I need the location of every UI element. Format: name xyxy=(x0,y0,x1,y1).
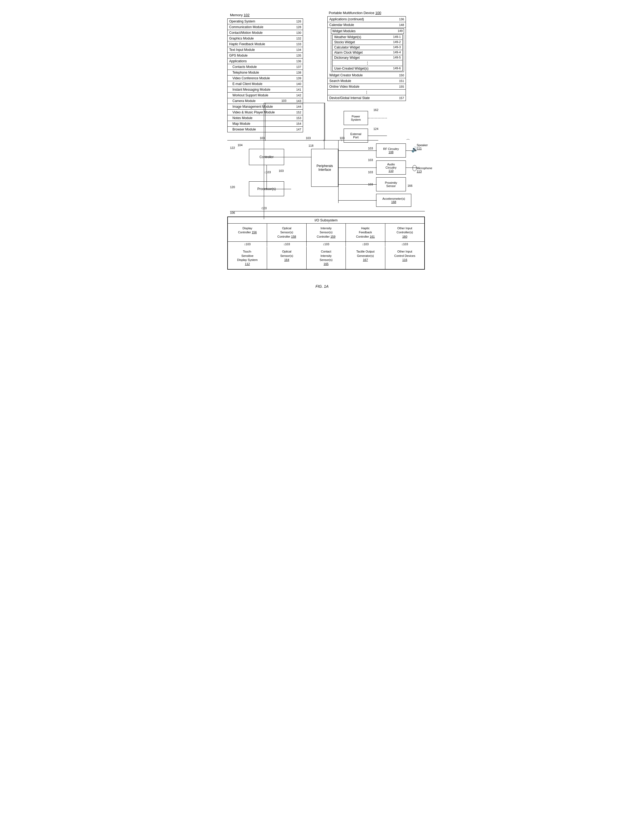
periph-num: 118 xyxy=(309,144,313,147)
proximity-sensor-num: 166 xyxy=(407,184,412,187)
arrow-103-2: ↕103 xyxy=(267,242,306,246)
tactile-output-cell: Tactile OutputGenerator(s)167 xyxy=(346,247,385,269)
controller-ref-num2: 104 xyxy=(238,143,242,147)
apps-row: Applications (continued)136 xyxy=(328,16,406,22)
memory-row: Video Conference Module139 xyxy=(228,76,303,81)
io-arrows-row: ↕103 ↕103 ↕103 ↕103 ↕103 xyxy=(228,242,424,247)
memory-row: Contact/Motion Module130 xyxy=(228,30,303,36)
microphone-label: Microphone113 xyxy=(417,166,432,173)
io-label: I/O Subsystem xyxy=(228,217,424,223)
arrow-103-5: ↕103 xyxy=(385,242,424,246)
memory-row: Applications136 xyxy=(228,59,303,64)
power-system-box: PowerSystem xyxy=(343,111,368,125)
accelerometers-box: Accelerometer(s)168 xyxy=(376,194,411,207)
io-subsystem: I/O Subsystem DisplayController 156 Opti… xyxy=(227,217,425,269)
bus-num-ctrl: 103 xyxy=(279,169,284,173)
line-power-h xyxy=(368,118,387,118)
arrow-down-io: ↑103 xyxy=(261,207,267,210)
optical-sensor-cell: OpticalSensor(s)164 xyxy=(267,247,306,269)
proximity-sensor-box: ProximitySensor xyxy=(376,177,406,191)
power-system-num: 162 xyxy=(373,108,378,112)
bus-num-pi1: 103 xyxy=(368,147,373,150)
touch-display-cell: Touch-SensitiveDisplay System112 xyxy=(228,247,267,269)
bus-num-pi3: 103 xyxy=(368,171,373,174)
other-input-devices-cell: Other InputControl Devices116 xyxy=(385,247,424,269)
rf-circuitry-box: RF Circuitry108 xyxy=(376,143,406,158)
apps-box: Applications (continued)136 Calendar Mod… xyxy=(327,16,406,101)
main-bus-v xyxy=(264,103,264,219)
apps-row: Calendar Module148 xyxy=(328,22,406,28)
line-periph-right-v xyxy=(338,140,338,203)
apps-row: Device/Global Internal State157 xyxy=(328,95,406,101)
arrow-103-4: ↕103 xyxy=(346,242,385,246)
line-ctrl-proc-v xyxy=(266,165,267,189)
memory-row: GPS Module135 xyxy=(228,53,303,59)
bus-num-pi2: 103 xyxy=(368,158,373,162)
widget-items-box: Weather Widget(s)149-1 Stocks Widget149-… xyxy=(332,35,402,71)
device-label: Portable Multifunction Device 100 xyxy=(329,11,381,15)
memory-row: Text Input Module134 xyxy=(228,47,303,53)
memory-label: Memory 102 xyxy=(230,13,250,17)
bus-line-v2 xyxy=(325,103,325,141)
bus-103-ctrl-proc: ↕103 xyxy=(264,171,271,174)
display-controller-cell: DisplayController 156 xyxy=(228,223,267,242)
apps-row: Online Video Module155 xyxy=(328,84,406,90)
contact-intensity-cell: ContactIntensitySensor(s)165 xyxy=(307,247,346,269)
io-ref-num: 106 xyxy=(230,211,235,214)
memory-row: Contacts Module137 xyxy=(228,64,303,70)
peripherals-interface-box: PeripheralsInterface xyxy=(311,149,338,187)
external-port-num: 124 xyxy=(373,127,378,130)
widget-modules-box: Widget Modules149 Weather Widget(s)149-1… xyxy=(331,28,404,72)
io-device-row: Touch-SensitiveDisplay System112 Optical… xyxy=(228,247,424,269)
haptic-controller-cell: HapticFeedbackController 161 xyxy=(346,223,385,242)
apps-row: Search Module151 xyxy=(328,78,406,84)
line-to-accel xyxy=(338,200,377,200)
line-audio-mic xyxy=(406,168,417,168)
external-port-box: ExternalPort xyxy=(343,128,368,143)
memory-row: E-mail Client Module140 xyxy=(228,81,303,87)
controller-ref-num: 122 xyxy=(230,146,235,150)
processor-ref-num: 120 xyxy=(230,186,235,189)
memory-row: Workout Support Module142 xyxy=(228,92,303,98)
line-to-proc xyxy=(264,189,291,189)
io-controller-row: DisplayController 156 OpticalSensor(s)Co… xyxy=(228,223,424,242)
speaker-label: Speaker111 xyxy=(417,143,428,150)
memory-row: Telephone Module138 xyxy=(228,70,303,76)
memory-row: Communication Module128 xyxy=(228,25,303,30)
line-to-prox xyxy=(338,184,377,185)
antenna-icon: ⌒ xyxy=(406,139,410,144)
bus-num-2: 103 xyxy=(306,136,310,140)
other-input-controller-cell: Other InputController(s)160 xyxy=(385,223,424,242)
bus-103-top: 103 xyxy=(281,99,286,102)
figure-caption: FIG. 1A xyxy=(222,284,422,289)
intensity-controller-cell: IntensitySensor(s)Controller 159 xyxy=(307,223,346,242)
memory-row: Graphics Module132 xyxy=(228,36,303,41)
arrow-103-1: ↕103 xyxy=(228,242,267,246)
memory-row: Haptic Feedback Module133 xyxy=(228,41,303,47)
page: Memory 102 Operating System126 Communica… xyxy=(217,5,427,294)
microphone-icon xyxy=(412,165,416,171)
optical-controller-cell: OpticalSensor(s)Controller 158 xyxy=(267,223,306,242)
speaker-icon: 🔊 xyxy=(411,146,418,153)
arrow-103-3: ↕103 xyxy=(307,242,346,246)
line-memory-bus-h xyxy=(264,103,325,103)
line-to-audio xyxy=(338,168,377,168)
apps-row: Widget Creator Module150 xyxy=(328,72,406,78)
memory-row: Instant Messaging Module141 xyxy=(228,87,303,92)
memory-row: Operating System126 xyxy=(228,19,303,25)
audio-circuitry-box: AudioCircuitry110 xyxy=(376,161,406,174)
